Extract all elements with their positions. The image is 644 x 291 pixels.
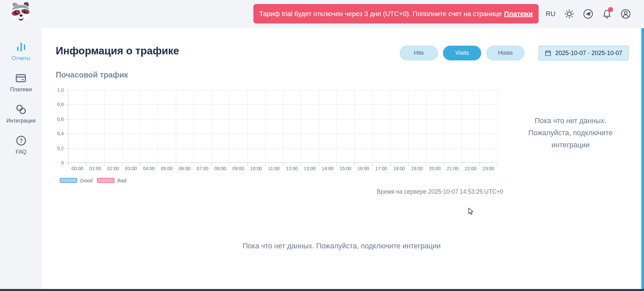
main-panel: Информация о трафике HitsVisitsHosts 202… bbox=[42, 28, 641, 289]
sun-icon bbox=[564, 8, 575, 19]
no-data-message-side: Пока что нет данных. Пожалуйста, подключ… bbox=[493, 115, 644, 151]
chart-legend: GoodBad bbox=[60, 178, 126, 183]
bar-chart-icon bbox=[15, 41, 27, 53]
telegram-button[interactable] bbox=[583, 8, 594, 19]
gridline-v bbox=[408, 90, 408, 162]
sidebar-item-label: Платежи bbox=[10, 87, 32, 93]
notification-badge bbox=[608, 7, 613, 12]
sidebar-item-label: FAQ bbox=[15, 149, 26, 155]
y-axis-label: 0 bbox=[49, 160, 64, 165]
legend-item-good: Good bbox=[60, 178, 93, 183]
gridline-v bbox=[462, 90, 462, 162]
x-axis-label: 05:00 bbox=[158, 166, 176, 171]
date-range-value: 2025-10-07 - 2025-10-07 bbox=[555, 50, 622, 57]
gridline-v bbox=[229, 90, 230, 162]
tab-hosts[interactable]: Hosts bbox=[486, 46, 525, 60]
x-axis-label: 19:00 bbox=[408, 166, 426, 171]
x-axis-label: 20:00 bbox=[426, 166, 444, 171]
tab-visits[interactable]: Visits bbox=[443, 46, 481, 60]
gridline-v bbox=[211, 90, 212, 162]
gridline-v bbox=[444, 90, 444, 162]
x-axis-label: 22:00 bbox=[462, 166, 480, 171]
gridline-v bbox=[158, 90, 158, 162]
gridline-v bbox=[194, 90, 194, 162]
x-axis-label: 23:00 bbox=[480, 166, 497, 171]
gridline-v bbox=[265, 90, 265, 162]
x-axis-label: 03:00 bbox=[122, 166, 140, 171]
gridline-v bbox=[372, 90, 373, 162]
server-time: Время на сервере 2025-10-07 14:53:25 UTC… bbox=[377, 188, 503, 195]
x-axis-label: 11:00 bbox=[265, 166, 283, 171]
y-axis-label: 0,8 bbox=[49, 102, 64, 107]
x-axis-label: 18:00 bbox=[390, 166, 408, 171]
y-axis-tick bbox=[65, 90, 68, 90]
y-axis-label: 0,6 bbox=[49, 116, 64, 122]
y-axis-label: 0,2 bbox=[49, 146, 64, 151]
x-axis-label: 00:00 bbox=[68, 166, 86, 171]
telegram-icon bbox=[583, 8, 594, 19]
date-range-picker[interactable]: 2025-10-07 - 2025-10-07 bbox=[539, 46, 629, 60]
x-axis-label: 04:00 bbox=[140, 166, 158, 171]
calendar-icon bbox=[545, 50, 551, 56]
gridline-v bbox=[283, 90, 283, 162]
hourly-traffic-chart: 00,20,40,60,81,000:0001:0002:0003:0004:0… bbox=[68, 90, 497, 163]
x-axis-label: 06:00 bbox=[176, 166, 194, 171]
sidebar-item-отчеты[interactable]: Отчеты bbox=[12, 41, 30, 61]
x-axis-label: 14:00 bbox=[319, 166, 337, 171]
y-axis-label: 0,4 bbox=[49, 131, 64, 136]
profile-icon bbox=[620, 8, 631, 19]
x-axis-label: 16:00 bbox=[354, 166, 372, 171]
notifications-button[interactable] bbox=[601, 8, 612, 19]
theme-toggle-button[interactable] bbox=[564, 8, 575, 19]
legend-swatch bbox=[97, 178, 114, 183]
x-axis-label: 08:00 bbox=[211, 166, 229, 171]
app-window: Тариф trial будет отключен через 3 дня (… bbox=[0, 0, 644, 291]
gridline-v bbox=[426, 90, 426, 162]
app-logo[interactable] bbox=[5, 1, 36, 24]
x-axis-label: 01:00 bbox=[86, 166, 104, 171]
gridline-v bbox=[337, 90, 337, 162]
x-axis-label: 21:00 bbox=[444, 166, 461, 171]
y-axis-label: 1,0 bbox=[49, 87, 64, 93]
x-axis-label: 15:00 bbox=[337, 166, 354, 171]
topbar-actions: RU bbox=[545, 7, 631, 20]
svg-text:?: ? bbox=[19, 138, 23, 144]
x-axis-label: 02:00 bbox=[104, 166, 122, 171]
y-axis-tick bbox=[65, 148, 68, 149]
sidebar-item-интеграция[interactable]: Интеграция bbox=[6, 103, 36, 124]
sidebar: ОтчетыПлатежиИнтеграция?FAQ bbox=[0, 28, 42, 289]
gridline-v bbox=[122, 90, 122, 162]
metric-tabs: HitsVisitsHosts bbox=[400, 46, 525, 60]
gridline-v bbox=[140, 90, 140, 162]
sidebar-item-платежи[interactable]: Платежи bbox=[10, 72, 32, 93]
gridline-v bbox=[390, 90, 391, 162]
legend-swatch bbox=[60, 178, 77, 183]
gridline-v bbox=[319, 90, 319, 162]
section-title: Почасовой трафик bbox=[56, 70, 128, 80]
x-axis-label: 12:00 bbox=[283, 166, 301, 171]
vertical-scrollbar[interactable] bbox=[641, 28, 644, 289]
y-axis-tick bbox=[65, 134, 68, 134]
x-axis-label: 07:00 bbox=[194, 166, 211, 171]
y-axis-tick bbox=[65, 104, 68, 105]
banner-text: Тариф trial будет отключен через 3 дня (… bbox=[259, 10, 502, 18]
legend-label: Bad bbox=[117, 178, 127, 183]
y-axis-tick bbox=[65, 163, 68, 163]
language-selector[interactable]: RU bbox=[545, 9, 556, 18]
gridline-v bbox=[247, 90, 248, 162]
no-data-message-bottom: Пока что нет данных. Пожалуйста, подключ… bbox=[42, 242, 641, 250]
profile-button[interactable] bbox=[620, 8, 631, 19]
x-axis-label: 17:00 bbox=[372, 166, 390, 171]
gridline-v bbox=[86, 90, 87, 162]
payments-link[interactable]: Платежи bbox=[504, 10, 533, 18]
integration-icon bbox=[15, 103, 27, 115]
x-axis-label: 10:00 bbox=[247, 166, 265, 171]
x-axis-label: 09:00 bbox=[229, 166, 247, 171]
sidebar-item-faq[interactable]: ?FAQ bbox=[15, 135, 27, 155]
sidebar-item-label: Отчеты bbox=[12, 55, 30, 61]
legend-item-bad: Bad bbox=[97, 178, 127, 183]
tab-hits[interactable]: Hits bbox=[400, 46, 438, 60]
x-axis-tick bbox=[497, 163, 498, 166]
gridline-v bbox=[354, 90, 355, 162]
page-title: Информация о трафике bbox=[56, 45, 179, 57]
